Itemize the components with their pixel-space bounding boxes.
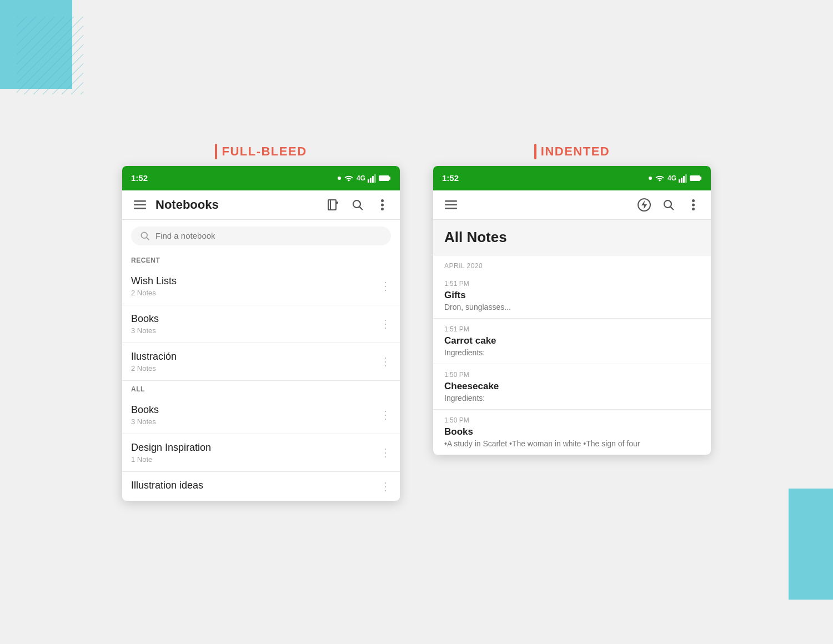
all-notes-header: All Notes bbox=[433, 220, 711, 255]
notebook-illustration-ideas[interactable]: Illustration ideas ⋮ bbox=[122, 472, 400, 501]
svg-rect-9 bbox=[134, 204, 146, 205]
svg-rect-8 bbox=[134, 200, 146, 202]
note-title-carrot-cake: Carrot cake bbox=[444, 335, 700, 346]
more-vert-design-inspiration[interactable]: ⋮ bbox=[380, 446, 391, 459]
search-button-left[interactable] bbox=[349, 196, 367, 214]
search-input[interactable] bbox=[155, 231, 382, 240]
more-vert-ilustracion[interactable]: ⋮ bbox=[380, 355, 391, 368]
note-title-books: Books bbox=[444, 426, 700, 437]
nb-name-wish-lists: Wish Lists bbox=[131, 275, 380, 287]
note-preview-gifts: Dron, sunglasses... bbox=[444, 303, 700, 311]
note-preview-carrot-cake: Ingredients: bbox=[444, 348, 700, 357]
menu-button-left[interactable] bbox=[131, 196, 149, 214]
svg-rect-1 bbox=[17, 17, 83, 94]
search-button-right[interactable] bbox=[660, 196, 678, 214]
nb-info-wish-lists: Wish Lists 2 Notes bbox=[131, 275, 380, 297]
signal-text-right: 4G bbox=[668, 174, 676, 182]
nb-count-ilustracion: 2 Notes bbox=[131, 364, 380, 373]
note-cheesecake[interactable]: 1:50 PM Cheesecake Ingredients: bbox=[433, 364, 711, 410]
dot-icon-right bbox=[649, 177, 652, 180]
svg-point-15 bbox=[353, 200, 360, 208]
more-vert-button-left[interactable] bbox=[373, 196, 391, 214]
nb-info-illustration-ideas: Illustration ideas bbox=[131, 480, 380, 493]
more-vert-books-all[interactable]: ⋮ bbox=[380, 408, 391, 421]
dot-icon bbox=[338, 177, 341, 180]
main-container: FULL-BLEED 1:52 4G bbox=[122, 144, 711, 501]
notebook-books-all[interactable]: Books 3 Notes ⋮ bbox=[122, 396, 400, 434]
more-vert-button-right[interactable] bbox=[684, 196, 702, 214]
svg-point-19 bbox=[381, 208, 384, 210]
notebook-add-button[interactable] bbox=[324, 196, 342, 214]
battery-icon-right bbox=[690, 175, 702, 182]
nb-name-books-all: Books bbox=[131, 404, 380, 416]
note-carrot-cake[interactable]: 1:51 PM Carrot cake Ingredients: bbox=[433, 319, 711, 364]
svg-line-16 bbox=[360, 207, 363, 210]
more-vert-illustration-ideas[interactable]: ⋮ bbox=[380, 480, 391, 493]
signal-icon bbox=[368, 174, 377, 183]
note-gifts[interactable]: 1:51 PM Gifts Dron, sunglasses... bbox=[433, 273, 711, 319]
note-preview-cheesecake: Ingredients: bbox=[444, 394, 700, 402]
more-vert-books-recent[interactable]: ⋮ bbox=[380, 317, 391, 330]
label-bar bbox=[215, 144, 217, 159]
bg-decoration bbox=[0, 0, 111, 111]
toolbar-left: Notebooks bbox=[122, 190, 400, 220]
menu-button-right[interactable] bbox=[442, 196, 460, 214]
wifi-icon-right bbox=[654, 174, 665, 183]
section-all: ALL bbox=[122, 381, 400, 396]
svg-marker-32 bbox=[641, 200, 647, 209]
search-bar[interactable] bbox=[131, 227, 391, 245]
nb-info-design-inspiration: Design Inspiration 1 Note bbox=[131, 442, 380, 464]
svg-rect-24 bbox=[683, 176, 685, 183]
svg-rect-3 bbox=[370, 178, 372, 183]
diagonal-lines bbox=[17, 17, 83, 94]
svg-rect-6 bbox=[379, 175, 389, 181]
svg-rect-27 bbox=[700, 177, 701, 180]
nb-name-ilustracion: Ilustración bbox=[131, 351, 380, 363]
battery-icon bbox=[379, 175, 391, 182]
svg-rect-4 bbox=[372, 176, 374, 183]
svg-rect-25 bbox=[685, 174, 687, 183]
notebook-books-recent[interactable]: Books 3 Notes ⋮ bbox=[122, 305, 400, 343]
notebook-design-inspiration[interactable]: Design Inspiration 1 Note ⋮ bbox=[122, 434, 400, 472]
svg-rect-5 bbox=[374, 174, 376, 183]
shortcut-button[interactable] bbox=[635, 196, 653, 214]
indented-label: INDENTED bbox=[534, 144, 610, 159]
toolbar-right bbox=[433, 190, 711, 220]
svg-point-36 bbox=[692, 203, 695, 206]
note-time-gifts: 1:51 PM bbox=[444, 280, 700, 288]
date-label: APRIL 2020 bbox=[433, 255, 711, 273]
nb-info-books-recent: Books 3 Notes bbox=[131, 313, 380, 335]
nb-name-books-recent: Books bbox=[131, 313, 380, 325]
note-books[interactable]: 1:50 PM Books •A study in Scarlet •The w… bbox=[433, 410, 711, 455]
notebook-ilustracion[interactable]: Ilustración 2 Notes ⋮ bbox=[122, 343, 400, 381]
svg-point-20 bbox=[141, 232, 147, 238]
section-recent: RECENT bbox=[122, 252, 400, 268]
note-preview-books: •A study in Scarlet •The woman in white … bbox=[444, 439, 700, 448]
svg-rect-7 bbox=[389, 177, 390, 180]
indented-panel-wrapper: INDENTED 1:52 4G bbox=[433, 144, 711, 455]
nb-count-books-recent: 3 Notes bbox=[131, 326, 380, 335]
notebook-wish-lists[interactable]: Wish Lists 2 Notes ⋮ bbox=[122, 268, 400, 305]
indented-phone: 1:52 4G bbox=[433, 166, 711, 455]
note-title-cheesecake: Cheesecake bbox=[444, 381, 700, 392]
svg-rect-23 bbox=[681, 178, 683, 183]
svg-point-33 bbox=[664, 200, 671, 208]
time-left: 1:52 bbox=[131, 173, 148, 183]
svg-point-18 bbox=[381, 203, 384, 206]
full-bleed-text: FULL-BLEED bbox=[222, 144, 307, 159]
note-title-gifts: Gifts bbox=[444, 290, 700, 301]
indented-text: INDENTED bbox=[541, 144, 610, 159]
svg-line-21 bbox=[147, 237, 149, 240]
search-icon-inner bbox=[140, 231, 150, 241]
svg-rect-22 bbox=[679, 179, 680, 183]
all-notes-title: All Notes bbox=[444, 229, 700, 246]
status-icons-right: 4G bbox=[649, 174, 702, 183]
svg-point-17 bbox=[381, 199, 384, 202]
full-bleed-phone: 1:52 4G bbox=[122, 166, 400, 501]
svg-point-35 bbox=[692, 199, 695, 202]
time-right: 1:52 bbox=[442, 173, 459, 183]
signal-text: 4G bbox=[357, 174, 365, 182]
more-vert-wish-lists[interactable]: ⋮ bbox=[380, 279, 391, 293]
signal-icon-right bbox=[679, 174, 688, 183]
full-bleed-panel-wrapper: FULL-BLEED 1:52 4G bbox=[122, 144, 400, 501]
